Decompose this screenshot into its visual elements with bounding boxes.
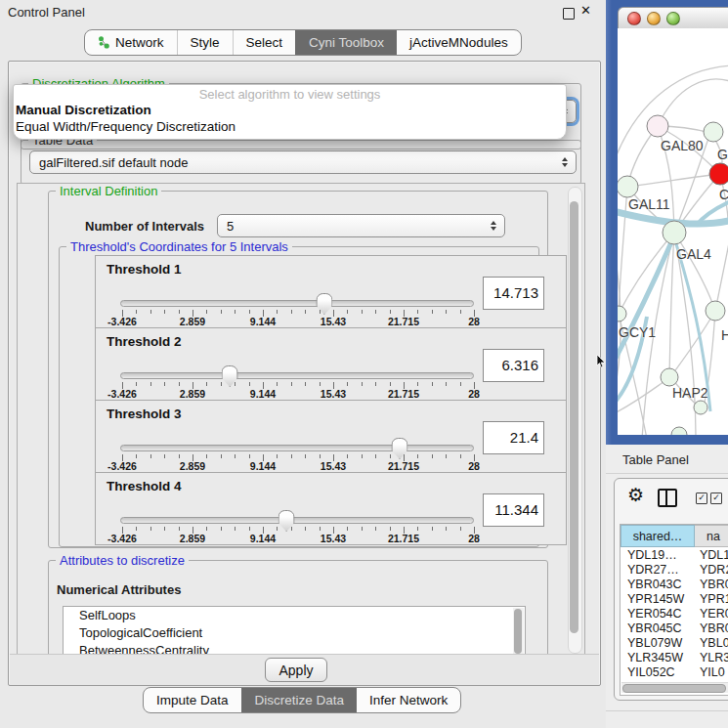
threshold-slider[interactable] (120, 372, 474, 378)
table-cell[interactable]: YIL052C (621, 665, 695, 676)
table-cell[interactable]: YLR3 (695, 651, 728, 665)
column-header-name[interactable]: na (695, 525, 728, 547)
table-row[interactable]: YDL19…YDL1 (621, 548, 728, 563)
network-canvas[interactable]: GAL80GACGAL11GAL4GCY1HHAP2 (618, 28, 728, 435)
tab-cyni-toolbox[interactable]: Cyni Toolbox (295, 30, 397, 55)
tab-network[interactable]: Network (85, 30, 177, 55)
network-node[interactable] (694, 401, 707, 414)
slider-track[interactable] (120, 300, 474, 307)
checkbox-icon[interactable]: ✓ (710, 492, 722, 504)
number-of-intervals-combo[interactable]: 5 (217, 214, 505, 237)
table-cell[interactable]: YLR345W (621, 651, 695, 665)
threshold-value-field[interactable]: 21.4 (483, 421, 544, 454)
network-node[interactable] (671, 427, 687, 435)
slider-tick (390, 454, 391, 458)
slider-tick (305, 382, 306, 386)
table-cell[interactable]: YBR0 (695, 621, 728, 636)
tab-impute-data[interactable]: Impute Data (144, 688, 241, 712)
threshold-value-field[interactable]: 6.316 (483, 349, 544, 382)
network-node[interactable] (618, 176, 638, 197)
numerical-attributes-list[interactable]: SelfLoopsTopologicalCoefficientBetweenne… (63, 606, 526, 656)
table-hscroll-thumb[interactable] (622, 684, 726, 693)
table-cell[interactable]: YER0 (695, 607, 728, 621)
settings-scrollbar-thumb[interactable] (570, 201, 578, 633)
table-row[interactable]: YER054CYER0 (621, 607, 728, 621)
table-row[interactable]: YBR045CYBR0 (621, 621, 728, 636)
table-cell[interactable]: YBR0 (695, 578, 728, 592)
slider-track[interactable] (120, 445, 474, 451)
table-cell[interactable]: YBR045C (621, 621, 695, 636)
slider-tick (235, 310, 236, 314)
table-data-combo[interactable]: galFiltered.sif default node (29, 150, 577, 174)
tab-select[interactable]: Select (233, 30, 296, 55)
network-node[interactable] (618, 306, 626, 321)
table-cell[interactable]: YDL1 (695, 548, 728, 563)
column-header-shared-name[interactable]: shared… (621, 525, 695, 547)
network-node[interactable] (663, 221, 686, 244)
minimize-traffic-light-icon[interactable] (647, 12, 661, 25)
table-horizontal-scrollbar[interactable] (621, 682, 728, 693)
slider-scale-label: -3.426 (107, 316, 137, 327)
slider-tick (390, 310, 391, 314)
zoom-traffic-light-icon[interactable] (666, 12, 680, 25)
algorithm-option-manual[interactable]: Manual Discretization (16, 103, 151, 117)
network-window-titlebar[interactable] (618, 7, 728, 29)
network-view-window[interactable]: GAL80GACGAL11GAL4GCY1HHAP2 (606, 0, 728, 445)
slider-tick (432, 527, 433, 531)
table-cell[interactable]: YDR27… (621, 563, 695, 578)
network-node[interactable] (709, 163, 728, 185)
algorithm-dropdown-hint: Select algorithm to view settings (14, 87, 566, 102)
slider-track[interactable] (120, 372, 474, 379)
table-row[interactable]: YBR043CYBR0 (621, 578, 728, 592)
table-row[interactable]: YBL079WYBL0 (621, 636, 728, 651)
float-window-icon[interactable] (563, 8, 575, 20)
slider-tick (390, 382, 391, 386)
table-cell[interactable]: YBL0 (695, 636, 728, 651)
table-row[interactable]: YDR27…YDR2 (621, 563, 728, 578)
slider-track[interactable] (120, 517, 474, 524)
numerical-attribute-item[interactable]: SelfLoops (64, 607, 525, 624)
threshold-value-field[interactable]: 14.713 (483, 277, 544, 310)
tab-discretize-data[interactable]: Discretize Data (241, 688, 358, 712)
threshold-slider[interactable] (120, 300, 474, 306)
gear-icon[interactable]: ⚙ (627, 484, 644, 506)
table-cell[interactable]: YER054C (621, 607, 695, 621)
table-cell[interactable]: YDL19… (621, 548, 695, 563)
close-window-icon[interactable]: ✕ (580, 3, 591, 18)
threshold-slider[interactable] (120, 445, 474, 450)
apply-button[interactable]: Apply (265, 658, 327, 682)
table-cell[interactable]: YBL079W (621, 636, 695, 651)
split-columns-icon[interactable] (658, 489, 677, 507)
threshold-slider[interactable] (120, 517, 474, 523)
tab-infer-network[interactable]: Infer Network (357, 688, 460, 712)
tab-jactivemnodules[interactable]: jActiveMNodules (397, 30, 521, 55)
threshold-label: Threshold 4 (107, 479, 182, 493)
table-cell[interactable]: YIL0 (695, 665, 728, 676)
table-row[interactable]: YLR345WYLR3 (621, 651, 728, 665)
network-node[interactable] (661, 368, 678, 386)
algorithm-option-equal-width[interactable]: Equal Width/Frequency Discretization (16, 119, 236, 134)
threshold-value-field[interactable]: 11.344 (483, 493, 544, 527)
settings-vertical-scrollbar[interactable] (568, 187, 582, 654)
close-traffic-light-icon[interactable] (627, 12, 641, 25)
table-cell[interactable]: YPR145W (621, 592, 695, 607)
network-node[interactable] (706, 301, 725, 321)
network-node[interactable] (704, 122, 723, 142)
slider-scale-label: 15.43 (321, 388, 346, 400)
table-row[interactable]: YPR145WYPR1 (621, 592, 728, 607)
checkbox-icon[interactable]: ✓ (696, 492, 707, 504)
attributes-list-scrollbar[interactable] (513, 608, 524, 656)
numerical-attribute-item[interactable]: TopologicalCoefficient (64, 624, 525, 642)
network-node-label: HAP2 (672, 385, 708, 401)
slider-tick (249, 382, 250, 386)
threshold-4-row: Threshold 4 -3.4262.8599.14415.4321.7152… (95, 472, 567, 545)
table-row[interactable]: YIL052CYIL0 (621, 665, 728, 676)
network-node[interactable] (647, 115, 668, 137)
table-panel-title: Table Panel (622, 452, 689, 467)
table-cell[interactable]: YDR2 (695, 563, 728, 578)
table-cell[interactable]: YPR1 (695, 592, 728, 607)
table-cell[interactable]: YBR043C (621, 578, 695, 592)
slider-tick (320, 310, 321, 314)
tab-style[interactable]: Style (177, 30, 233, 55)
attributes-group: Attributes to discretize Numerical Attri… (48, 560, 548, 656)
